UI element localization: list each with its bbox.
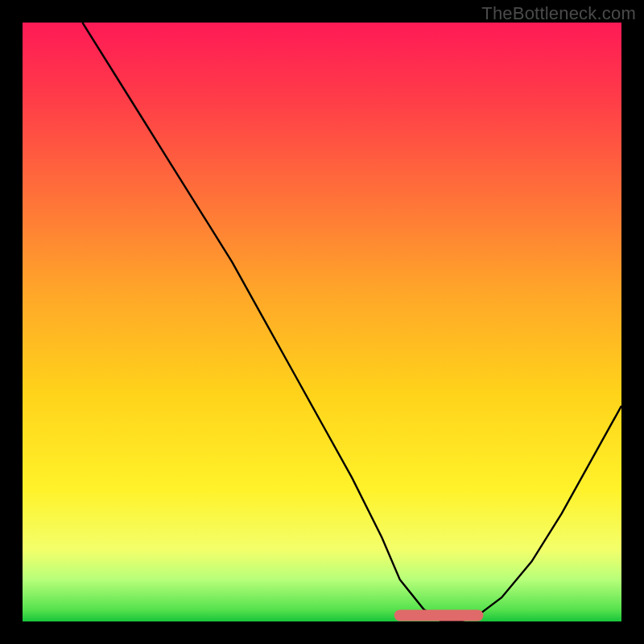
watermark-text: TheBottleneck.com xyxy=(481,3,636,24)
chart-svg xyxy=(23,23,621,621)
plot-area xyxy=(23,23,621,621)
bottleneck-curve xyxy=(82,23,621,621)
chart-stage: TheBottleneck.com xyxy=(0,0,644,644)
